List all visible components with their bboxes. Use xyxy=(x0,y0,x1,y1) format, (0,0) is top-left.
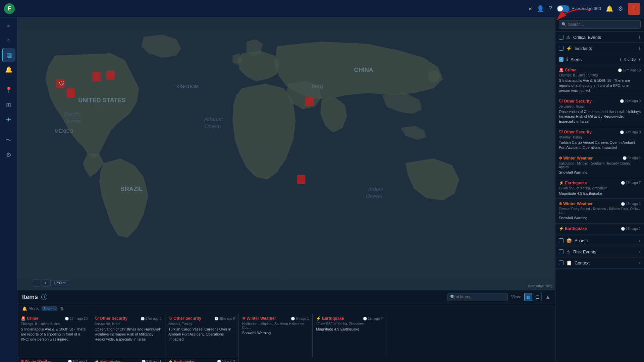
right-bottom-header-0[interactable]: 📦 Assets › xyxy=(555,235,644,246)
alert-list-item-0[interactable]: 🚨 Crime 🕐 17m ago 10 Chicago, IL, United… xyxy=(555,65,644,96)
main-layout: » ⌂ ▦ 🔔 📍 ⊞ ✈ 〜 ⚙ xyxy=(0,17,644,362)
grid-view-button[interactable]: ▦ xyxy=(524,293,532,301)
alerts-checkbox[interactable] xyxy=(559,57,564,62)
critical-events-header[interactable]: ⚠ Critical Events ℹ xyxy=(555,32,644,43)
world-map[interactable]: Pacific Ocean Atlantic Ocean Indian Ocea… xyxy=(17,17,555,290)
alert-list-item-2[interactable]: 🛡 Other Security 🕐 30m ago 0 Istanbul, T… xyxy=(555,127,644,153)
right-search: 🔍 xyxy=(555,17,644,32)
right-bottom-checkbox-0[interactable] xyxy=(559,238,564,243)
list-view-button[interactable]: ☰ xyxy=(534,293,542,301)
right-panel: 🔍 ⚠ Critical Events ℹ ⚡ Incidents ℹ xyxy=(555,17,644,362)
alert-item-time-4: 🕐 12h ago 7 xyxy=(621,181,641,185)
card-small-type-1: ⚡ Earthquake xyxy=(95,359,120,362)
alert-item-desc-2: Turkish Cargo Vessel Careens Over in Amb… xyxy=(559,140,641,150)
critical-events-label: Critical Events xyxy=(573,35,636,40)
right-bottom-section-context: 📋 Context › xyxy=(555,257,644,268)
settings-icon[interactable]: ⚙ xyxy=(618,5,623,12)
collapse-icon[interactable]: « xyxy=(529,5,532,12)
panel-expand-button[interactable]: ▲ xyxy=(545,294,550,300)
alerts-section-header[interactable]: ℹ Alerts ℹ 8 of 10 ▾ xyxy=(555,54,644,65)
right-search-input[interactable] xyxy=(559,20,641,29)
card-desc-0: S Indianapolis Ave & E 106th St - There … xyxy=(21,327,88,342)
alert-item-header-3: ❄ Winter Weather 🕐 6h ago 1 xyxy=(559,156,641,161)
find-items-input[interactable] xyxy=(447,293,508,301)
svg-text:IRAQ: IRAQ xyxy=(312,84,323,89)
items-info-badge[interactable]: ℹ xyxy=(41,294,47,300)
cards-row-2: ❄ Winter Weather 🕐 18h ago 1 Town of Par… xyxy=(17,357,555,362)
right-bottom-checkbox-1[interactable] xyxy=(559,249,564,254)
zoom-out-button[interactable]: − xyxy=(33,279,40,287)
card-item-0[interactable]: 🚨 Crime 🕐 17m ago 10 Chicago, IL, United… xyxy=(17,313,91,357)
alerts-count: 8 of 10 xyxy=(624,57,636,61)
alert-list-item-5[interactable]: ❄ Winter Weather 🕐 18h ago 1 Town of Par… xyxy=(555,199,644,224)
card-header-3: ❄ Winter Weather 🕐 6h ago 1 xyxy=(242,316,309,321)
map-attribution: everbridge Bing xyxy=(528,284,552,288)
right-bottom-label-2: Context xyxy=(575,260,636,265)
map-controls: − + 1,200 mi xyxy=(33,279,69,287)
sidebar-item-analytics[interactable]: 〜 xyxy=(2,133,15,147)
sidebar-item-home[interactable]: ⌂ xyxy=(2,34,15,47)
zoom-in-button[interactable]: + xyxy=(42,279,49,287)
map-container[interactable]: Pacific Ocean Atlantic Ocean Indian Ocea… xyxy=(17,17,555,290)
alert-list-item-4[interactable]: ⚡ Earthquake 🕐 12h ago 7 17 km SSE of Ka… xyxy=(555,178,644,199)
right-bottom-header-1[interactable]: ⚠ Risk Events › xyxy=(555,246,644,257)
card-desc-3: Snowfall Warning xyxy=(242,330,309,336)
card-time-0: 🕐 17m ago 10 xyxy=(65,317,88,320)
critical-events-info-icon[interactable]: ℹ xyxy=(639,35,641,40)
right-bottom-header-2[interactable]: 📋 Context › xyxy=(555,257,644,268)
sidebar-item-location[interactable]: 📍 xyxy=(2,83,15,97)
bottom-panel: Items ℹ 🔍 View: ▦ ☰ ▲ 🔔 Alerts xyxy=(17,290,555,362)
notification-icon[interactable]: 🔔 xyxy=(606,5,613,12)
incidents-header[interactable]: ⚡ Incidents ℹ xyxy=(555,43,644,54)
right-search-icon: 🔍 xyxy=(561,22,567,27)
card-type-4: ⚡ Earthquake xyxy=(316,316,344,321)
card-location-0: Chicago, IL, United States xyxy=(21,322,88,326)
alert-item-type-0: 🚨 Crime xyxy=(559,68,576,72)
card-item-3[interactable]: ❄ Winter Weather 🕐 6h ago 1 Haliburton -… xyxy=(239,313,313,357)
critical-events-section: ⚠ Critical Events ℹ xyxy=(555,32,644,43)
alerts-chevron-icon: ▾ xyxy=(638,57,641,62)
view-buttons: ▦ ☰ xyxy=(524,293,542,301)
alert-list-item-1[interactable]: 🛡 Other Security 🕐 27m ago 0 Jerusalem, … xyxy=(555,96,644,127)
sidebar-item-dashboard[interactable]: ▦ xyxy=(2,48,15,62)
card-small-item-1[interactable]: ⚡ Earthquake 🕐 21h ago 1 21 km SSW of Li… xyxy=(91,357,165,362)
card-desc-4: Magnitude 4.9 Earthquake xyxy=(316,327,383,332)
critical-events-checkbox[interactable] xyxy=(559,35,564,40)
card-location-4: 17 km SSE of Kariba, Zimbabwe xyxy=(316,322,383,326)
card-item-2[interactable]: 🛡 Other Security 🕐 30m ago 0 Istanbul, T… xyxy=(165,313,239,357)
sidebar-collapse-button[interactable]: » xyxy=(5,21,12,30)
card-small-item-0[interactable]: ❄ Winter Weather 🕐 18h ago 1 Town of Par… xyxy=(17,357,91,362)
card-small-header-0: ❄ Winter Weather 🕐 18h ago 1 xyxy=(21,359,88,362)
sidebar-item-layers[interactable]: ⊞ xyxy=(2,98,15,112)
incidents-label: Incidents xyxy=(575,46,636,51)
right-bottom-checkbox-2[interactable] xyxy=(559,260,564,265)
card-small-item-2[interactable]: ⚡ Earthquake 🕐 1d ago 2 12 km NW of Pinn… xyxy=(165,357,239,362)
card-small-header-1: ⚡ Earthquake 🕐 21h ago 1 xyxy=(95,359,161,362)
card-header-4: ⚡ Earthquake 🕐 12h ago 7 xyxy=(316,316,383,321)
more-menu-button[interactable]: ⋮ xyxy=(628,3,640,15)
sidebar-item-settings[interactable]: ⚙ xyxy=(2,148,15,162)
sidebar-item-flights[interactable]: ✈ xyxy=(2,113,15,126)
svg-rect-21 xyxy=(305,97,313,106)
right-bottom-label-1: Risk Events xyxy=(573,249,636,254)
svg-text:Ocean: Ocean xyxy=(64,118,80,125)
user-icon[interactable]: 👤 xyxy=(537,5,544,12)
incidents-checkbox[interactable] xyxy=(559,46,564,51)
card-location-1: Jerusalem, Israel xyxy=(95,322,161,326)
right-bottom-icon-0: 📦 xyxy=(566,238,572,243)
center-area: Pacific Ocean Atlantic Ocean Indian Ocea… xyxy=(17,17,555,362)
card-small-time-2: 🕐 1d ago 2 xyxy=(217,360,235,362)
alert-item-time-5: 🕐 18h ago 1 xyxy=(621,202,641,206)
alert-item-desc-0: S Indianapolis Ave & E 106th St - There … xyxy=(559,78,641,93)
toggle-switch[interactable] xyxy=(557,5,570,12)
card-item-4[interactable]: ⚡ Earthquake 🕐 12h ago 7 17 km SSE of Ka… xyxy=(313,313,386,357)
alert-item-type-4: ⚡ Earthquake xyxy=(559,181,587,185)
alert-list-item-3[interactable]: ❄ Winter Weather 🕐 6h ago 1 Haliburton -… xyxy=(555,153,644,178)
alerts-info-icon[interactable]: ℹ xyxy=(620,57,622,62)
help-icon[interactable]: ? xyxy=(549,5,552,12)
sort-button[interactable]: ⇅ xyxy=(60,306,64,311)
alert-list-item-6[interactable]: ⚡ Earthquake 🕐 21h ago 1 xyxy=(555,224,644,235)
card-item-1[interactable]: 🛡 Other Security 🕐 27m ago 0 Jerusalem, … xyxy=(91,313,165,357)
sidebar-item-alerts[interactable]: 🔔 xyxy=(2,63,15,76)
incidents-info-icon[interactable]: ℹ xyxy=(639,46,641,51)
